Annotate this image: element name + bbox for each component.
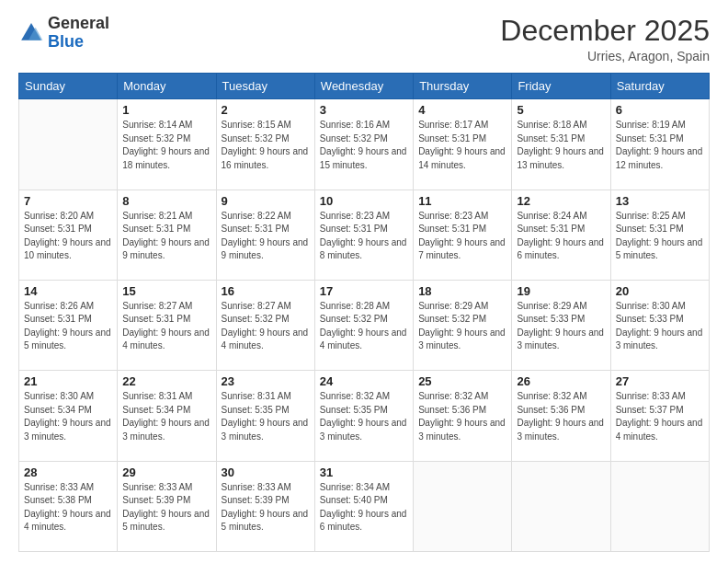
calendar-cell: 27Sunrise: 8:33 AMSunset: 5:37 PMDayligh… [610, 371, 709, 461]
month-title: December 2025 [500, 15, 710, 47]
day-info: Sunrise: 8:30 AMSunset: 5:34 PMDaylight:… [24, 390, 112, 443]
day-info: Sunrise: 8:23 AMSunset: 5:31 PMDaylight:… [418, 210, 506, 263]
header-tuesday: Tuesday [216, 74, 314, 99]
day-number: 29 [122, 465, 210, 479]
day-number: 17 [320, 284, 408, 298]
calendar-cell: 5Sunrise: 8:18 AMSunset: 5:31 PMDaylight… [512, 99, 610, 190]
day-number: 16 [222, 284, 310, 298]
header-saturday: Saturday [610, 74, 709, 99]
calendar-cell: 16Sunrise: 8:27 AMSunset: 5:32 PMDayligh… [216, 280, 314, 370]
day-number: 7 [24, 194, 112, 208]
calendar-cell: 6Sunrise: 8:19 AMSunset: 5:31 PMDaylight… [610, 99, 709, 190]
calendar-week-4: 28Sunrise: 8:33 AMSunset: 5:38 PMDayligh… [19, 461, 710, 551]
calendar-cell: 4Sunrise: 8:17 AMSunset: 5:31 PMDaylight… [414, 99, 512, 190]
calendar-cell: 14Sunrise: 8:26 AMSunset: 5:31 PMDayligh… [19, 280, 118, 370]
calendar-cell: 28Sunrise: 8:33 AMSunset: 5:38 PMDayligh… [19, 461, 118, 551]
day-info: Sunrise: 8:22 AMSunset: 5:31 PMDaylight:… [222, 210, 310, 263]
day-number: 15 [122, 284, 210, 298]
day-info: Sunrise: 8:29 AMSunset: 5:32 PMDaylight:… [418, 300, 506, 353]
calendar-cell: 29Sunrise: 8:33 AMSunset: 5:39 PMDayligh… [118, 461, 216, 551]
location: Urries, Aragon, Spain [500, 49, 710, 63]
calendar-cell [19, 99, 118, 190]
calendar: Sunday Monday Tuesday Wednesday Thursday… [18, 73, 710, 552]
header-friday: Friday [512, 74, 610, 99]
calendar-header: Sunday Monday Tuesday Wednesday Thursday… [19, 74, 710, 99]
day-info: Sunrise: 8:21 AMSunset: 5:31 PMDaylight:… [122, 210, 210, 263]
calendar-cell [414, 461, 512, 551]
calendar-week-0: 1Sunrise: 8:14 AMSunset: 5:32 PMDaylight… [19, 99, 710, 190]
calendar-cell: 7Sunrise: 8:20 AMSunset: 5:31 PMDaylight… [19, 190, 118, 280]
day-number: 6 [616, 103, 704, 117]
calendar-cell: 8Sunrise: 8:21 AMSunset: 5:31 PMDaylight… [118, 190, 216, 280]
day-info: Sunrise: 8:28 AMSunset: 5:32 PMDaylight:… [320, 300, 408, 353]
logo-icon [18, 20, 44, 46]
day-number: 25 [418, 374, 506, 388]
day-number: 1 [122, 103, 210, 117]
day-info: Sunrise: 8:33 AMSunset: 5:39 PMDaylight:… [222, 481, 310, 534]
day-number: 31 [320, 465, 408, 479]
day-number: 18 [418, 284, 506, 298]
calendar-cell: 22Sunrise: 8:31 AMSunset: 5:34 PMDayligh… [118, 371, 216, 461]
calendar-cell [610, 461, 709, 551]
logo-general: General [48, 14, 109, 32]
day-number: 20 [616, 284, 704, 298]
calendar-cell: 12Sunrise: 8:24 AMSunset: 5:31 PMDayligh… [512, 190, 610, 280]
calendar-cell: 18Sunrise: 8:29 AMSunset: 5:32 PMDayligh… [414, 280, 512, 370]
day-number: 23 [222, 374, 310, 388]
calendar-cell: 24Sunrise: 8:32 AMSunset: 5:35 PMDayligh… [314, 371, 413, 461]
header-thursday: Thursday [414, 74, 512, 99]
day-number: 22 [122, 374, 210, 388]
day-info: Sunrise: 8:17 AMSunset: 5:31 PMDaylight:… [418, 119, 506, 172]
day-number: 11 [418, 194, 506, 208]
calendar-cell: 20Sunrise: 8:30 AMSunset: 5:33 PMDayligh… [610, 280, 709, 370]
day-info: Sunrise: 8:16 AMSunset: 5:32 PMDaylight:… [320, 119, 408, 172]
day-info: Sunrise: 8:27 AMSunset: 5:32 PMDaylight:… [222, 300, 310, 353]
calendar-cell: 25Sunrise: 8:32 AMSunset: 5:36 PMDayligh… [414, 371, 512, 461]
day-number: 5 [517, 103, 605, 117]
day-info: Sunrise: 8:33 AMSunset: 5:37 PMDaylight:… [616, 390, 704, 443]
day-number: 30 [222, 465, 310, 479]
calendar-cell: 10Sunrise: 8:23 AMSunset: 5:31 PMDayligh… [314, 190, 413, 280]
day-info: Sunrise: 8:34 AMSunset: 5:40 PMDaylight:… [320, 481, 408, 534]
day-info: Sunrise: 8:27 AMSunset: 5:31 PMDaylight:… [122, 300, 210, 353]
day-info: Sunrise: 8:18 AMSunset: 5:31 PMDaylight:… [517, 119, 605, 172]
day-number: 2 [222, 103, 310, 117]
day-info: Sunrise: 8:25 AMSunset: 5:31 PMDaylight:… [616, 210, 704, 263]
day-number: 4 [418, 103, 506, 117]
calendar-cell: 11Sunrise: 8:23 AMSunset: 5:31 PMDayligh… [414, 190, 512, 280]
calendar-body: 1Sunrise: 8:14 AMSunset: 5:32 PMDaylight… [19, 99, 710, 552]
logo: General Blue [18, 15, 109, 52]
calendar-cell [512, 461, 610, 551]
logo-blue: Blue [48, 32, 84, 51]
header: General Blue December 2025 Urries, Arago… [18, 15, 710, 63]
day-number: 27 [616, 374, 704, 388]
day-info: Sunrise: 8:31 AMSunset: 5:34 PMDaylight:… [122, 390, 210, 443]
calendar-cell: 3Sunrise: 8:16 AMSunset: 5:32 PMDaylight… [314, 99, 413, 190]
logo-text: General Blue [48, 15, 109, 52]
day-number: 19 [517, 284, 605, 298]
day-number: 12 [517, 194, 605, 208]
calendar-cell: 9Sunrise: 8:22 AMSunset: 5:31 PMDaylight… [216, 190, 314, 280]
calendar-cell: 21Sunrise: 8:30 AMSunset: 5:34 PMDayligh… [19, 371, 118, 461]
day-info: Sunrise: 8:20 AMSunset: 5:31 PMDaylight:… [24, 210, 112, 263]
day-info: Sunrise: 8:14 AMSunset: 5:32 PMDaylight:… [122, 119, 210, 172]
calendar-cell: 30Sunrise: 8:33 AMSunset: 5:39 PMDayligh… [216, 461, 314, 551]
day-info: Sunrise: 8:33 AMSunset: 5:38 PMDaylight:… [24, 481, 112, 534]
weekday-header-row: Sunday Monday Tuesday Wednesday Thursday… [19, 74, 710, 99]
day-number: 28 [24, 465, 112, 479]
day-number: 13 [616, 194, 704, 208]
header-sunday: Sunday [19, 74, 118, 99]
day-number: 9 [222, 194, 310, 208]
calendar-cell: 26Sunrise: 8:32 AMSunset: 5:36 PMDayligh… [512, 371, 610, 461]
day-number: 24 [320, 374, 408, 388]
calendar-cell: 17Sunrise: 8:28 AMSunset: 5:32 PMDayligh… [314, 280, 413, 370]
day-info: Sunrise: 8:26 AMSunset: 5:31 PMDaylight:… [24, 300, 112, 353]
calendar-cell: 1Sunrise: 8:14 AMSunset: 5:32 PMDaylight… [118, 99, 216, 190]
day-number: 21 [24, 374, 112, 388]
calendar-week-2: 14Sunrise: 8:26 AMSunset: 5:31 PMDayligh… [19, 280, 710, 370]
day-number: 26 [517, 374, 605, 388]
day-info: Sunrise: 8:32 AMSunset: 5:36 PMDaylight:… [517, 390, 605, 443]
day-info: Sunrise: 8:33 AMSunset: 5:39 PMDaylight:… [122, 481, 210, 534]
day-number: 10 [320, 194, 408, 208]
calendar-cell: 19Sunrise: 8:29 AMSunset: 5:33 PMDayligh… [512, 280, 610, 370]
